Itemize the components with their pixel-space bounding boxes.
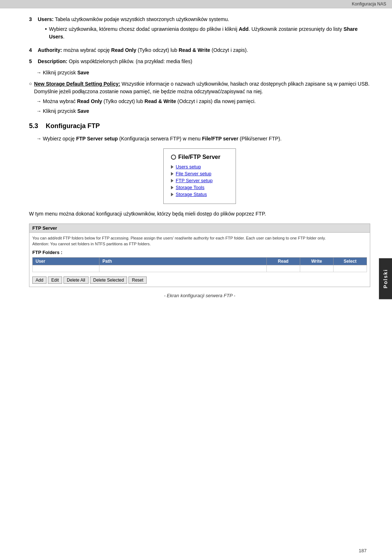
menu-item-label: Storage Tools	[176, 185, 204, 190]
breadcrumb: Konfiguracja NAS	[352, 1, 386, 7]
triangle-icon	[171, 165, 173, 169]
item-number-3: 3	[29, 16, 38, 43]
table-body	[33, 265, 367, 272]
item-number-5: 5	[29, 58, 38, 65]
col-header-path: Path	[99, 258, 267, 265]
page-container: Konfiguracja NAS 3 Users: Tabela użytkow…	[0, 0, 392, 557]
edit-button[interactable]: Edit	[48, 277, 62, 284]
menu-item-ftp-server-setup[interactable]: FTP Server setup	[171, 178, 225, 183]
menu-item-label: Storage Status	[176, 192, 207, 197]
item-content-3: Users: Tabela użytkowników podaje wszyst…	[38, 16, 370, 43]
menu-item-storage-status[interactable]: Storage Status	[171, 192, 225, 197]
empty-cell	[33, 265, 99, 272]
sidebar-language-tab: Polski	[379, 258, 392, 299]
ftp-panel-body: You can add/edit FTP folders below for F…	[29, 233, 370, 287]
content-area: 3 Users: Tabela użytkowników podaje wszy…	[0, 8, 392, 557]
bullet-item: Wybierz użytkownika, któremu chcesz doda…	[45, 25, 370, 41]
triangle-icon	[171, 172, 173, 176]
bullet-list-3: Wybierz użytkownika, któremu chcesz doda…	[45, 25, 370, 41]
add-button[interactable]: Add	[32, 277, 46, 284]
paragraph-text: W tym menu można dokonać konfiguracji uż…	[29, 211, 266, 217]
bullet-text: Wybierz użytkownika, któremu chcesz doda…	[49, 25, 370, 41]
ftp-buttons: Add Edit Delete All Delete Selected Rese…	[32, 274, 367, 287]
triangle-icon	[171, 193, 173, 196]
item-number-4: 4	[29, 46, 38, 54]
arrow1-text: Kliknij przycisk Save	[43, 69, 89, 77]
arrow-item-3: Kliknij przycisk Save	[36, 107, 370, 115]
ftp-panel: FTP Server You can add/edit FTP folders …	[29, 224, 370, 287]
col-header-read: Read	[266, 258, 300, 265]
empty-cell	[99, 265, 267, 272]
arrow3-text: Kliknij przycisk Save	[43, 107, 89, 115]
section-number: 5.3	[29, 122, 38, 130]
ftp-description-1: You can add/edit FTP folders below for F…	[32, 236, 367, 247]
ftp-desc-text2: Attention: You cannot set folders in NTF…	[32, 242, 151, 246]
caption: - Ekran konfiguracji serwera FTP -	[29, 293, 370, 298]
sidebar-label: Polski	[383, 269, 388, 288]
top-bar: Konfiguracja NAS	[0, 0, 392, 8]
menu-item-label: File Server setup	[176, 171, 211, 176]
ftp-folders-label: FTP Folders :	[32, 250, 367, 255]
menu-box-title: File/FTP Server	[171, 154, 225, 160]
menu-box-title-text: File/FTP Server	[178, 154, 220, 160]
circle-icon	[171, 155, 176, 160]
arrow-item-1: Kliknij przycisk Save	[36, 69, 370, 77]
menu-box: File/FTP Server Users setup File Server …	[163, 148, 236, 204]
item4-text: Authority: można wybrać opcję Read Only …	[38, 47, 248, 53]
delete-all-button[interactable]: Delete All	[64, 277, 89, 284]
col-header-write: Write	[300, 258, 333, 265]
item-content-5: Description: Opis współdzielonych plików…	[38, 58, 370, 65]
arrow-item-2: Można wybrać Read Only (Tylko odczyt) lu…	[36, 98, 370, 105]
menu-item-users-setup[interactable]: Users setup	[171, 164, 225, 169]
item-content-4: Authority: można wybrać opcję Read Only …	[38, 46, 370, 54]
empty-cell	[300, 265, 333, 272]
col-header-user: User	[33, 258, 99, 265]
ftp-desc-text1: You can add/edit FTP folders below for F…	[32, 236, 326, 240]
item5-text: Description: Opis współdzielonych plików…	[38, 58, 192, 64]
menu-item-label: FTP Server setup	[176, 178, 213, 183]
list-item-3: 3 Users: Tabela użytkowników podaje wszy…	[29, 16, 370, 43]
section-title: Konfiguracja FTP	[46, 122, 100, 130]
table-header-row: User Path Read Write Select	[33, 258, 367, 265]
list-item-4: 4 Authority: można wybrać opcję Read Onl…	[29, 46, 370, 54]
col-header-select: Select	[333, 258, 367, 265]
paragraph: W tym menu można dokonać konfiguracji uż…	[29, 210, 370, 218]
triangle-icon	[171, 179, 173, 183]
section-header: 5.3 Konfiguracja FTP	[29, 122, 370, 130]
ftp-panel-title: FTP Server	[29, 224, 370, 233]
arrow-intro-text: Wybierz opcję FTP Server setup (Konfigur…	[43, 135, 282, 143]
list-item-5: 5 Description: Opis współdzielonych plik…	[29, 58, 370, 65]
reset-button[interactable]: Reset	[128, 277, 146, 284]
circle-item: New Storage Default Setting Policy: Wszy…	[29, 80, 370, 95]
page-number: 187	[359, 548, 367, 553]
menu-item-label: Users setup	[176, 164, 201, 169]
arrow2-text: Można wybrać Read Only (Tylko odczyt) lu…	[43, 98, 256, 105]
menu-box-wrapper: File/FTP Server Users setup File Server …	[29, 148, 370, 204]
delete-selected-button[interactable]: Delete Selected	[90, 277, 127, 284]
menu-item-storage-tools[interactable]: Storage Tools	[171, 185, 225, 190]
ftp-table: User Path Read Write Select	[32, 257, 367, 272]
table-row-empty	[33, 265, 367, 272]
circle-item-text: New Storage Default Setting Policy: Wszy…	[34, 80, 370, 95]
arrow-intro: Wybierz opcję FTP Server setup (Konfigur…	[36, 135, 370, 143]
empty-cell	[333, 265, 367, 272]
triangle-icon	[171, 186, 173, 189]
empty-cell	[266, 265, 300, 272]
item3-text: Users: Tabela użytkowników podaje wszyst…	[38, 16, 229, 22]
menu-item-file-server-setup[interactable]: File Server setup	[171, 171, 225, 176]
